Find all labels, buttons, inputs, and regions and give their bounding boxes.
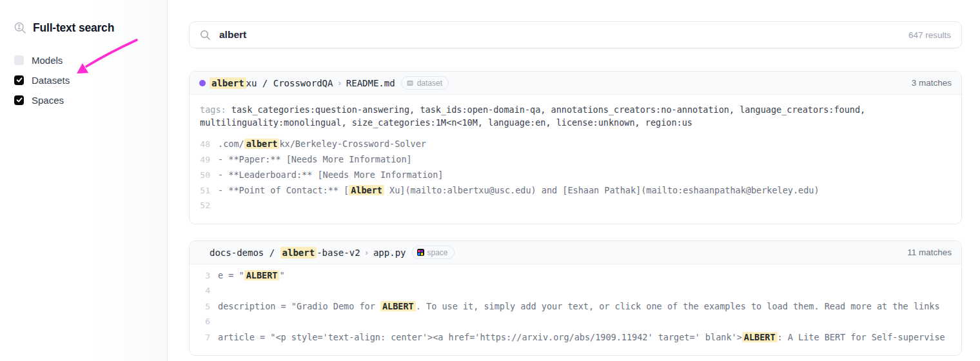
code-pre: - **Leaderboard:** [Needs More Informati…: [218, 170, 444, 180]
line-number: 52: [196, 200, 210, 210]
repo-name-post: xu / CrosswordQA: [246, 78, 333, 88]
code-highlight: albert: [244, 139, 280, 149]
code-highlight: ALBERT: [244, 270, 280, 280]
code-line: 49 - **Paper:** [Needs More Information]: [196, 154, 961, 170]
sidebar: Full-text search Models Datasets Spaces: [0, 0, 168, 361]
repo-name-post: -base-v2: [317, 248, 360, 258]
code-highlight: ALBERT: [742, 332, 778, 342]
code-post: : A Lite BERT for Self-supervise: [778, 332, 945, 342]
code-line: 7 article = "<p style='text-align: cente…: [196, 332, 961, 347]
result-header[interactable]: albertxu / CrosswordQA › README.md datas…: [190, 72, 961, 95]
repo-name-highlight: albert: [210, 77, 246, 89]
page-title: Full-text search: [33, 21, 114, 35]
line-number: 6: [196, 317, 210, 326]
filter-label-datasets: Datasets: [32, 75, 70, 86]
code-pre: e = ": [218, 270, 244, 280]
badge-label: space: [427, 248, 448, 257]
models-checkbox[interactable]: [14, 55, 24, 65]
checkmark-icon: [16, 77, 23, 83]
search-bar: 647 results: [189, 21, 962, 48]
code-post: kx/Berkeley-Crossword-Solver: [279, 139, 426, 149]
results-count: 647 results: [908, 30, 951, 40]
line-number: 48: [196, 139, 210, 149]
repo-name: albertxu / CrosswordQA: [210, 78, 333, 88]
code-line: 51 - **Point of Contact:** [Albert Xu](m…: [196, 185, 961, 200]
code-pre: - **Point of Contact:** [: [218, 185, 349, 195]
code-pre: - **Paper:** [Needs More Information]: [218, 154, 412, 164]
dataset-icon: [406, 79, 414, 87]
search-results-area: 647 results albertxu / CrosswordQA › REA…: [189, 0, 962, 356]
result-card-albert-base-v2[interactable]: docs-demos / albert-base-v2 › app.py spa…: [189, 240, 962, 356]
line-number: 7: [196, 333, 210, 342]
line-number: 4: [196, 286, 210, 295]
line-number: 50: [196, 170, 210, 180]
filter-label-spaces: Spaces: [32, 95, 64, 106]
code-post: Xu](mailto:albertxu@usc.edu) and [Eshaan…: [384, 185, 819, 195]
line-number: 3: [196, 271, 210, 280]
file-name: README.md: [346, 78, 395, 88]
filter-list: Models Datasets Spaces: [14, 54, 167, 106]
search-icon: [200, 30, 211, 41]
sidebar-header: Full-text search: [0, 0, 167, 35]
code-snippet: 48 .com/albertkx/Berkeley-Crossword-Solv…: [190, 133, 961, 224]
file-name: app.py: [373, 248, 406, 258]
code-highlight: ALBERT: [380, 301, 416, 311]
result-header[interactable]: docs-demos / albert-base-v2 › app.py spa…: [190, 241, 961, 264]
code-line: 50 - **Leaderboard:** [Needs More Inform…: [196, 170, 961, 185]
search-input[interactable]: [218, 28, 908, 41]
code-line: 4: [196, 286, 961, 301]
code-pre: .com/: [218, 139, 244, 149]
space-badge: space: [412, 246, 455, 259]
repo-name-highlight: albert: [280, 247, 317, 259]
filter-datasets[interactable]: Datasets: [14, 73, 167, 86]
chevron-icon: ›: [338, 78, 340, 88]
fulltext-search-icon: [14, 21, 27, 35]
code-pre: article = "<p style='text-align: center'…: [218, 332, 742, 342]
checkmark-icon: [16, 97, 23, 103]
tags-value: task_categories:question-answering, task…: [200, 104, 865, 128]
tags-label: tags:: [200, 104, 231, 115]
code-line: 6: [196, 317, 961, 332]
datasets-checkbox[interactable]: [14, 75, 24, 85]
code-pre: description = "Gradio Demo for: [218, 301, 380, 311]
code-line: 52: [196, 200, 961, 216]
dataset-badge: dataset: [401, 76, 449, 90]
line-number: 51: [196, 186, 210, 195]
space-grid-icon: [417, 249, 424, 256]
code-post: . To use it, simply add your text, or cl…: [416, 301, 940, 311]
match-count: 3 matches: [912, 78, 952, 88]
filter-label-models: Models: [32, 55, 63, 66]
tags-row: tags: task_categories:question-answering…: [190, 95, 961, 133]
dataset-dot-icon: [199, 80, 206, 86]
chevron-icon: ›: [366, 248, 368, 257]
spaces-checkbox[interactable]: [14, 95, 24, 105]
filter-spaces[interactable]: Spaces: [14, 93, 167, 106]
code-line: 5 description = "Gradio Demo for ALBERT.…: [196, 301, 961, 317]
line-number: 49: [196, 155, 210, 164]
repo-name: docs-demos / albert-base-v2: [210, 248, 360, 258]
badge-label: dataset: [417, 79, 442, 88]
repo-name-pre: docs-demos /: [210, 248, 280, 258]
result-card-crosswordqa[interactable]: albertxu / CrosswordQA › README.md datas…: [189, 71, 962, 224]
filter-models[interactable]: Models: [14, 54, 167, 66]
code-highlight: Albert: [349, 185, 384, 195]
code-snippet: 3 e = "ALBERT" 4 5 description = "Gradio…: [190, 264, 961, 355]
line-number: 5: [196, 302, 210, 311]
match-count: 11 matches: [907, 248, 952, 257]
code-line: 48 .com/albertkx/Berkeley-Crossword-Solv…: [196, 139, 961, 154]
code-post: ": [279, 270, 284, 280]
code-line: 3 e = "ALBERT": [196, 270, 961, 286]
